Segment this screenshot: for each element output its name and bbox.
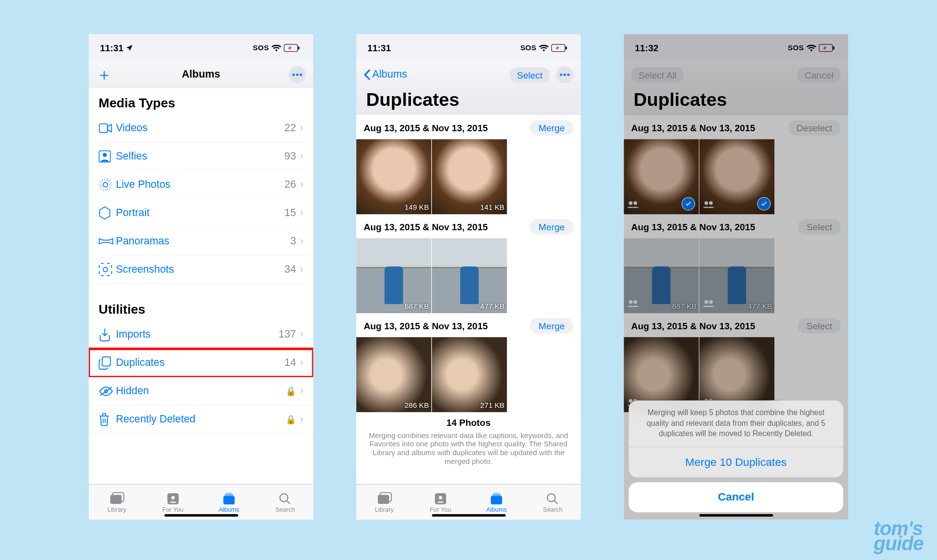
group-header: Aug 13, 2015 & Nov 13, 2015Merge <box>356 115 581 139</box>
row-portrait[interactable]: Portrait15› <box>89 199 313 227</box>
home-indicator[interactable] <box>164 514 238 517</box>
home-indicator[interactable] <box>699 514 773 517</box>
row-count: 14 <box>285 357 296 369</box>
row-selfies[interactable]: Selfies93› <box>89 142 313 171</box>
size-badge: 687 KB <box>405 302 429 311</box>
photo-thumbnail[interactable]: 286 KB <box>356 337 431 412</box>
size-badge: 477 KB <box>480 302 505 311</box>
screenshots-icon <box>99 262 116 276</box>
tab-label: For You <box>163 506 183 513</box>
add-button[interactable]: ＋ <box>96 64 112 85</box>
row-duplicates[interactable]: Duplicates14› <box>89 349 313 377</box>
svg-point-26 <box>567 74 570 76</box>
row-live-photos[interactable]: Live Photos26› <box>89 171 313 199</box>
row-videos[interactable]: Videos22› <box>89 114 313 142</box>
more-button[interactable] <box>288 66 306 83</box>
videos-icon <box>99 123 116 133</box>
status-bar: 11:31 SOS <box>89 34 313 61</box>
svg-rect-27 <box>378 495 389 503</box>
svg-point-24 <box>560 74 562 76</box>
row-count: 137 <box>279 328 296 340</box>
svg-rect-5 <box>100 123 108 132</box>
svg-point-25 <box>564 74 566 76</box>
photo-thumbnail[interactable]: 149 KB <box>356 139 431 214</box>
photo-thumbnail[interactable]: 477 KB <box>432 238 507 313</box>
select-button[interactable]: Select <box>509 67 550 82</box>
phone-merge-sheet: 11:32 SOS Select All Cancel Duplicates A… <box>624 34 848 520</box>
group-header: Aug 13, 2015 & Nov 13, 2015Merge <box>356 214 581 238</box>
tab-library[interactable]: Library <box>356 485 412 520</box>
watermark: tom'sguide <box>874 521 923 551</box>
lock-icon: 🔒 <box>285 414 296 424</box>
svg-point-2 <box>292 74 295 76</box>
chevron-right-icon: › <box>300 263 304 276</box>
size-badge: 271 KB <box>480 401 505 410</box>
svg-rect-33 <box>493 492 500 494</box>
svg-point-17 <box>171 496 175 499</box>
row-label: Panoramas <box>116 235 290 247</box>
tab-label: Albums <box>219 506 239 513</box>
wifi-icon <box>539 44 549 51</box>
row-label: Imports <box>116 328 278 340</box>
recently-deleted-icon <box>99 413 116 426</box>
row-count: 93 <box>285 150 296 162</box>
group-date: Aug 13, 2015 & Nov 13, 2015 <box>364 221 488 232</box>
chevron-right-icon: › <box>300 235 304 247</box>
row-screenshots[interactable]: Screenshots34› <box>89 256 313 284</box>
status-bar: 11:31 SOS <box>356 34 581 61</box>
group-date: Aug 13, 2015 & Nov 13, 2015 <box>364 122 488 133</box>
merge-button[interactable]: Merge <box>530 120 573 135</box>
battery-icon <box>284 44 300 52</box>
group-header: Aug 13, 2015 & Nov 13, 2015Merge <box>356 313 581 337</box>
chevron-right-icon: › <box>300 121 304 134</box>
tab-search[interactable]: Search <box>525 485 581 520</box>
live-photos-icon <box>99 178 116 191</box>
tab-label: Search <box>275 506 295 513</box>
duplicates-icon <box>99 356 116 370</box>
back-label: Albums <box>372 69 407 81</box>
row-panoramas[interactable]: Panoramas3› <box>89 227 313 256</box>
svg-point-21 <box>280 494 288 501</box>
chevron-right-icon: › <box>300 328 304 340</box>
svg-rect-20 <box>225 492 232 494</box>
back-button[interactable]: Albums <box>364 69 407 81</box>
row-label: Live Photos <box>116 178 284 190</box>
tab-label: Search <box>543 506 562 513</box>
row-count: 22 <box>285 122 296 134</box>
chevron-right-icon: › <box>300 413 304 425</box>
row-count: 26 <box>285 178 296 190</box>
tab-search[interactable]: Search <box>257 485 313 520</box>
phone-duplicates: 11:31 SOS Albums Select Duplicates Aug 1… <box>356 34 581 520</box>
chevron-right-icon: › <box>300 384 304 397</box>
row-imports[interactable]: Imports137› <box>89 320 313 349</box>
merge-button[interactable]: Merge <box>530 219 573 235</box>
svg-rect-12 <box>102 357 110 366</box>
ellipsis-icon <box>292 74 302 76</box>
sheet-message: Merging will keep 5 photos that combine … <box>629 400 843 446</box>
row-label: Recently Deleted <box>116 413 285 425</box>
status-time: 11:31 <box>367 42 391 53</box>
chevron-right-icon: › <box>300 356 304 369</box>
svg-rect-18 <box>224 496 235 504</box>
thumb-row: 286 KB271 KB <box>356 337 581 412</box>
row-count: 34 <box>285 263 296 275</box>
row-recently-deleted[interactable]: Recently Deleted🔒› <box>89 405 313 434</box>
photo-thumbnail[interactable]: 141 KB <box>432 139 507 214</box>
merge-button[interactable]: Merge <box>530 318 573 334</box>
location-icon <box>126 44 133 51</box>
merge-duplicates-button[interactable]: Merge 10 Duplicates <box>629 446 843 477</box>
photo-thumbnail[interactable]: 271 KB <box>432 337 507 412</box>
status-time: 11:31 <box>100 42 123 53</box>
sheet-cancel-button[interactable]: Cancel <box>629 482 843 513</box>
photo-thumbnail[interactable]: 687 KB <box>356 238 431 313</box>
home-indicator[interactable] <box>431 514 505 517</box>
thumb-row: 149 KB141 KB <box>356 139 581 214</box>
section-utilities: Utilities <box>89 295 313 320</box>
tab-label: Library <box>107 506 126 513</box>
svg-rect-19 <box>224 494 233 496</box>
battery-icon <box>551 44 567 52</box>
tab-library[interactable]: Library <box>89 485 145 520</box>
row-hidden[interactable]: Hidden🔒› <box>89 377 313 405</box>
more-button[interactable] <box>556 66 573 83</box>
tab-label: For You <box>430 506 451 513</box>
